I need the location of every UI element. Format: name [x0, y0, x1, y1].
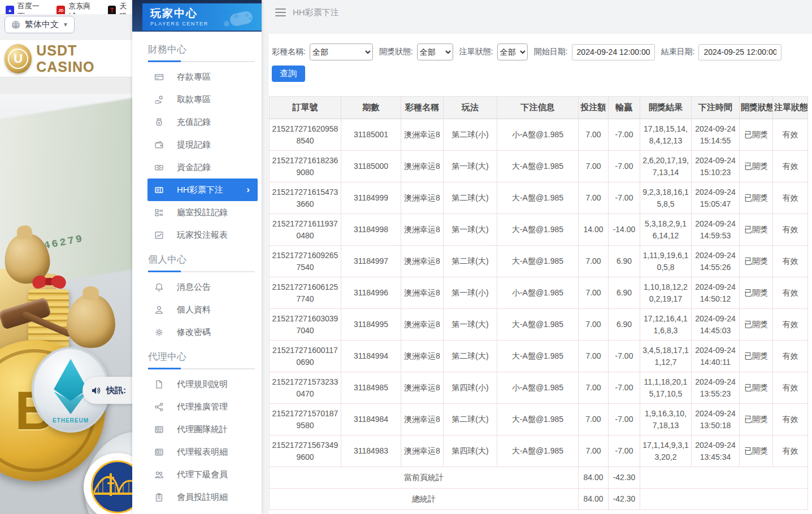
cell-period: 31185000 [341, 151, 401, 182]
gear-icon [154, 328, 164, 337]
sidebar-item-users[interactable]: 代理下級會員 [147, 463, 258, 486]
cell-win-loss: -7.00 [609, 341, 640, 372]
app-root: ▲百度一下JD京东商城T天猫 繁体中文 ▼ U USDT CASINO KB 4… [0, 0, 812, 514]
gavel-art [0, 297, 51, 330]
cell-bet-time: 2024-09-24 13:55:23 [692, 372, 740, 404]
sidebar-item-report-chart[interactable]: 玩家投注報表 [147, 224, 258, 246]
table-row: 215217271600117069031184994澳洲幸运8第二球(大)大-… [270, 341, 808, 372]
chevron-down-icon: ▼ [63, 21, 68, 28]
col-header-bet-info: 下注信息 [497, 97, 579, 119]
sidebar-item-user[interactable]: 個人資料 [147, 298, 258, 321]
sidebar-item-document[interactable]: 代理規則說明 [147, 373, 258, 395]
end-date-input[interactable] [698, 44, 781, 60]
cell-win-loss: -7.00 [609, 182, 640, 214]
sidebar-item-transaction-list[interactable]: 會員交易明細 [147, 508, 258, 514]
bookmark-tmall[interactable]: T天猫 [108, 1, 132, 14]
sidebar-item-label: 取款專區 [177, 94, 211, 105]
sidebar-item-hall-list[interactable]: 廳室投註記錄 [147, 201, 258, 224]
cell-win-loss: -7.00 [609, 404, 640, 435]
cell-bet-amount: 7.00 [579, 246, 609, 277]
sidebar-item-bell[interactable]: 消息公告 [147, 276, 258, 298]
bookmark-baidu[interactable]: ▲百度一下 [6, 1, 43, 14]
sidebar-item-clipboard[interactable]: 會員投註明細 [147, 486, 258, 508]
bookmark-jd[interactable]: JD京东商城 [57, 1, 94, 14]
sidebar-item-label: 代理團隊統計 [177, 424, 228, 435]
sidebar-item-label: 充值記錄 [177, 117, 211, 128]
table-header: 訂單號期數彩種名稱玩法下注信息投注額輸贏開獎結果下注時間開獎狀態注單狀態 [270, 97, 808, 119]
cell-lottery-name: 澳洲幸运8 [401, 277, 444, 309]
cell-bet-amount: 7.00 [579, 372, 609, 404]
sidebar-item-label: 玩家投注報表 [177, 230, 228, 241]
sidebar-item-report-detail[interactable]: 代理報表明細 [147, 441, 258, 463]
lottery-select[interactable]: 全部 [310, 43, 373, 60]
cell-play-method: 第二球(大) [444, 341, 497, 372]
table-row: 215217271611937048031184998澳洲幸运8第一球(大)大-… [270, 214, 808, 246]
summary-winloss-total: -42.30 [609, 467, 640, 489]
cell-period: 31184994 [341, 341, 401, 372]
sidebar-item-withdraw-hand[interactable]: 取款專區 [147, 88, 258, 111]
cell-order-no: 2152172716092657540 [270, 246, 341, 277]
start-date-input[interactable] [572, 44, 655, 60]
cell-play-method: 第一球(小) [444, 277, 497, 309]
cell-draw-result: 17,12,16,4,11,6,8,3 [640, 309, 692, 341]
cell-draw-result: 1,9,16,3,10,7,18,13 [640, 404, 692, 435]
casino-logo[interactable]: U USDT CASINO [0, 40, 132, 77]
cell-bet-amount: 7.00 [579, 341, 609, 372]
money-bag-art [2, 232, 51, 286]
cell-period: 31185001 [341, 119, 401, 151]
query-button[interactable]: 查詢 [272, 66, 305, 82]
cell-draw-result: 17,18,15,14,8,4,12,13 [640, 119, 692, 151]
sidebar-item-label: 個人資料 [177, 304, 211, 315]
cell-order-status: 有效 [773, 341, 808, 372]
cell-order-status: 有效 [773, 214, 808, 246]
order-status-select[interactable]: 全部 [497, 43, 528, 60]
sidebar-item-share[interactable]: 代理推廣管理 [147, 395, 258, 418]
table-row: 215217271606125774031184996澳洲幸运8第一球(小)小-… [270, 277, 808, 309]
draw-status-select[interactable]: 全部 [417, 43, 453, 60]
col-header-period: 期數 [341, 97, 401, 119]
col-header-bet-amount: 投注額 [579, 97, 609, 119]
lottery-filter-label: 彩種名稱: [272, 47, 306, 57]
sidebar-item-gear[interactable]: 修改密碼 [147, 321, 258, 343]
cell-bet-info: 大-A盤@1.985 [497, 182, 579, 214]
summary-row: 當前頁統計84.00-42.30 [270, 467, 808, 489]
table-row: 215217271570187958031184984澳洲幸运8第二球(大)大-… [270, 404, 808, 435]
users-icon [154, 470, 164, 480]
col-header-win-loss: 輸贏 [609, 97, 640, 119]
cell-bet-time: 2024-09-24 14:59:53 [692, 214, 740, 246]
menu-toggle-icon[interactable] [275, 6, 286, 19]
table-body: 215217271620958854031185001澳洲幸运8第二球(小)小-… [270, 119, 808, 510]
sidebar-item-lottery-ticket[interactable]: HH彩票下注 [147, 178, 258, 201]
cell-draw-status: 已開獎 [740, 341, 773, 372]
dollar-bill-art [0, 84, 132, 293]
sidebar-item-moneybag[interactable]: 充值記錄 [147, 111, 258, 133]
summary-bet-total: 84.00 [579, 467, 609, 489]
news-ticker[interactable]: 快訊: [82, 377, 132, 404]
sidebar-header[interactable]: 玩家中心 PLAYERS CENTER [142, 3, 262, 31]
cell-bet-info: 大-A盤@1.985 [497, 246, 579, 277]
sidebar-item-funds[interactable]: 資金記錄 [147, 156, 258, 178]
cell-lottery-name: 澳洲幸运8 [401, 404, 444, 435]
cell-period: 31184984 [341, 404, 401, 435]
cell-order-no: 2152172716182369080 [270, 151, 341, 182]
bitcoin-coin-art: B [0, 340, 105, 481]
cell-order-status: 有效 [773, 119, 808, 151]
divider [0, 78, 132, 94]
customer-service-button[interactable] [84, 453, 132, 514]
cell-period: 31184996 [341, 277, 401, 309]
language-selector[interactable]: 繁体中文 ▼ [5, 16, 75, 33]
sidebar-item-deposit-card[interactable]: 存款專區 [147, 66, 258, 88]
document-icon [154, 380, 164, 389]
summary-empty [640, 489, 808, 510]
language-label: 繁体中文 [25, 19, 59, 30]
cell-play-method: 第二球(大) [444, 246, 497, 277]
cell-bet-info: 大-A盤@1.985 [497, 151, 579, 182]
sidebar-item-wallet[interactable]: 提現記錄 [147, 133, 258, 156]
col-header-draw-result: 開獎結果 [640, 97, 692, 119]
sidebar-item-team-stats[interactable]: 代理團隊統計 [147, 418, 258, 441]
summary-bet-total: 84.00 [579, 489, 609, 510]
tmall-icon: T [108, 6, 116, 14]
promo-photo: KB 46279 B ETHEREUM [0, 94, 132, 514]
section-underline [148, 271, 255, 272]
casino-coin-icon: U [5, 44, 32, 73]
